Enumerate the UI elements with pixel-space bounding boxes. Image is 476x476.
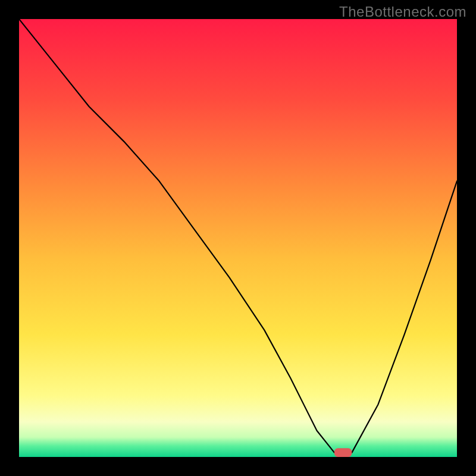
plot-area xyxy=(19,19,457,457)
chart-frame: TheBottleneck.com xyxy=(0,0,476,476)
optimal-marker xyxy=(334,448,352,457)
chart-svg xyxy=(19,19,457,457)
watermark-label: TheBottleneck.com xyxy=(339,4,466,20)
gradient-background xyxy=(19,19,457,457)
